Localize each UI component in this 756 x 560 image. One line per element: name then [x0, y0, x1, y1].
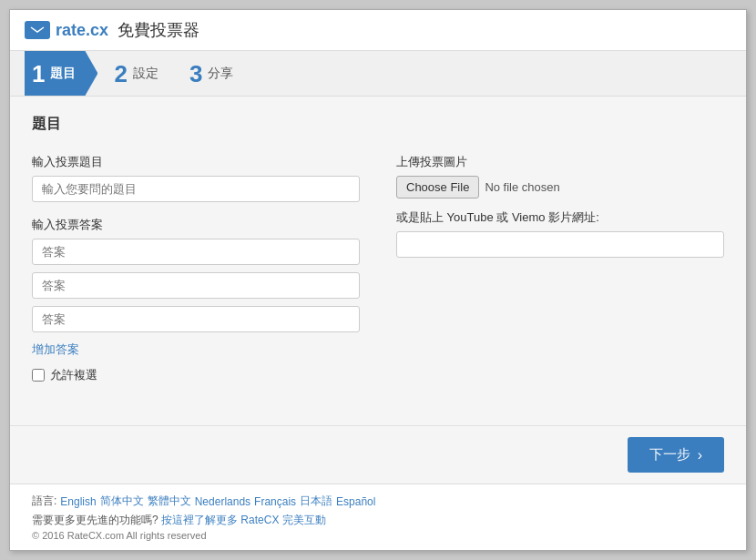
lang-traditional-chinese[interactable]: 繁體中文 [148, 494, 191, 509]
next-arrow: › [698, 447, 702, 463]
step-2-number: 2 [114, 62, 127, 86]
upload-label: 上傳投票圖片 [396, 154, 724, 170]
lang-english[interactable]: English [60, 495, 96, 508]
logo-text: rate.cx [56, 21, 108, 40]
lang-prefix: 語言: [32, 494, 56, 509]
video-url-input[interactable] [396, 231, 724, 258]
choose-file-button[interactable]: Choose File [396, 176, 479, 199]
step-3-label: 分享 [208, 66, 233, 82]
answer-input-2[interactable] [32, 272, 360, 299]
header: rate.cx 免費投票器 [10, 10, 746, 51]
answers-label: 輸入投票答案 [32, 217, 360, 233]
multiple-choice-label: 允許複選 [50, 367, 97, 383]
step-3-number: 3 [189, 62, 202, 86]
lang-dutch[interactable]: Nederlands [195, 495, 250, 508]
step-2[interactable]: 2 設定 [97, 51, 172, 96]
step-1-label: 題目 [50, 66, 76, 82]
add-answer-link[interactable]: 增加答案 [32, 341, 79, 358]
next-button[interactable]: 下一步 › [628, 437, 724, 473]
footer: 語言: English 简体中文 繁體中文 Nederlands Françai… [10, 484, 746, 550]
logo: rate.cx 免費投票器 [25, 19, 199, 41]
step-1[interactable]: 1 題目 [25, 51, 97, 96]
bottom-bar: 下一步 › [10, 425, 746, 484]
app-window: rate.cx 免費投票器 1 題目 2 設定 3 分享 題目 輸入投票題目 輸… [9, 9, 747, 551]
lang-spanish[interactable]: Español [336, 495, 375, 508]
steps-bar: 1 題目 2 設定 3 分享 [10, 51, 746, 97]
answer-inputs [32, 239, 360, 332]
question-label: 輸入投票題目 [32, 154, 360, 170]
section-title: 題目 [32, 115, 724, 139]
step-1-number: 1 [32, 62, 45, 86]
video-label: 或是貼上 YouTube 或 Viemo 影片網址: [396, 209, 724, 226]
right-column: 上傳投票圖片 Choose File No file chosen 或是貼上 Y… [396, 154, 724, 383]
footer-info: 需要更多更先進的功能嗎? 按這裡了解更多 RateCX 完美互動 [32, 513, 724, 528]
footer-copyright: © 2016 RateCX.com All rights reserved [32, 530, 724, 541]
left-column: 輸入投票題目 輸入投票答案 增加答案 允許複選 [32, 154, 360, 383]
next-label: 下一步 [649, 446, 690, 463]
svg-rect-0 [29, 24, 46, 36]
lang-simplified-chinese[interactable]: 简体中文 [100, 494, 144, 509]
step-3[interactable]: 3 分享 [173, 51, 248, 96]
logo-tagline: 免費投票器 [117, 19, 199, 41]
lang-french[interactable]: Français [254, 495, 296, 508]
footer-info-link[interactable]: 按這裡了解更多 RateCX 完美互動 [161, 514, 326, 526]
footer-lang-row: 語言: English 简体中文 繁體中文 Nederlands Françai… [32, 494, 724, 509]
answer-input-3[interactable] [32, 306, 360, 332]
main-content: 題目 輸入投票題目 輸入投票答案 增加答案 允許複選 [10, 97, 746, 425]
lang-japanese[interactable]: 日本語 [300, 494, 332, 509]
question-input[interactable] [32, 176, 360, 202]
content-grid: 輸入投票題目 輸入投票答案 增加答案 允許複選 上傳投票圖片 Ch [32, 154, 724, 383]
multiple-choice-row: 允許複選 [32, 367, 360, 383]
answer-input-1[interactable] [32, 239, 360, 265]
step-2-label: 設定 [133, 66, 158, 82]
logo-icon [25, 21, 50, 39]
no-file-text: No file chosen [485, 180, 559, 194]
multiple-choice-checkbox[interactable] [32, 369, 45, 382]
footer-info-text: 需要更多更先進的功能嗎? [32, 514, 158, 526]
file-input-row: Choose File No file chosen [396, 176, 724, 199]
